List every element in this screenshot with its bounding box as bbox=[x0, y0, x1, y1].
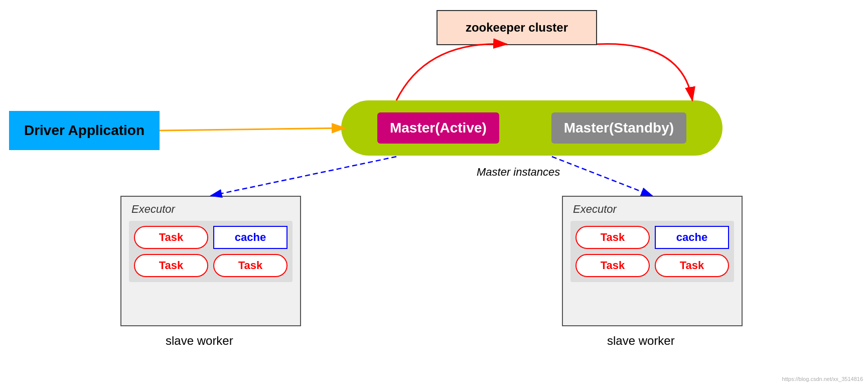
task-item-1: Task bbox=[134, 226, 208, 249]
executor-label-right: Executor bbox=[573, 203, 742, 216]
master-active-label: Master(Active) bbox=[390, 120, 487, 136]
diagram-container: Driver Application zookeeper cluster Mas… bbox=[0, 0, 868, 386]
watermark: https://blog.csdn.net/xx_3514816 bbox=[782, 376, 863, 382]
zookeeper-label: zookeeper cluster bbox=[466, 21, 568, 35]
cache-item-1: cache bbox=[213, 226, 287, 249]
driver-to-master-arrow bbox=[160, 128, 345, 131]
slave-box-left: Executor Task cache Task Task bbox=[120, 196, 301, 326]
cache-item-2: cache bbox=[655, 226, 729, 249]
driver-application-box: Driver Application bbox=[9, 111, 160, 150]
slave-box-right: Executor Task cache Task Task bbox=[562, 196, 743, 326]
arrows-svg bbox=[0, 0, 868, 386]
master-container: Master(Active) Master(Standby) bbox=[341, 100, 722, 156]
executor-inner-left: Task cache Task Task bbox=[129, 221, 293, 282]
zookeeper-to-master-standby-arrow bbox=[597, 44, 692, 101]
slave-worker-label-left: slave worker bbox=[166, 334, 233, 348]
master-active-box: Master(Active) bbox=[377, 112, 499, 144]
slave-worker-label-right: slave worker bbox=[607, 334, 675, 348]
zookeeper-cluster-box: zookeeper cluster bbox=[437, 10, 597, 45]
task-item-4: Task bbox=[575, 226, 650, 249]
executor-label-left: Executor bbox=[131, 203, 300, 216]
task-item-3: Task bbox=[213, 254, 287, 277]
master-active-to-zookeeper-arrow bbox=[396, 44, 507, 101]
master-standby-label: Master(Standby) bbox=[564, 120, 674, 136]
driver-application-label: Driver Application bbox=[24, 122, 144, 139]
master-to-slave-left-arrow bbox=[211, 157, 396, 196]
master-standby-box: Master(Standby) bbox=[551, 112, 686, 144]
master-instances-label: Master instances bbox=[477, 166, 560, 179]
task-item-2: Task bbox=[134, 254, 208, 277]
task-item-5: Task bbox=[575, 254, 650, 277]
executor-inner-right: Task cache Task Task bbox=[570, 221, 734, 282]
master-to-slave-right-arrow bbox=[552, 157, 652, 196]
task-item-6: Task bbox=[655, 254, 729, 277]
